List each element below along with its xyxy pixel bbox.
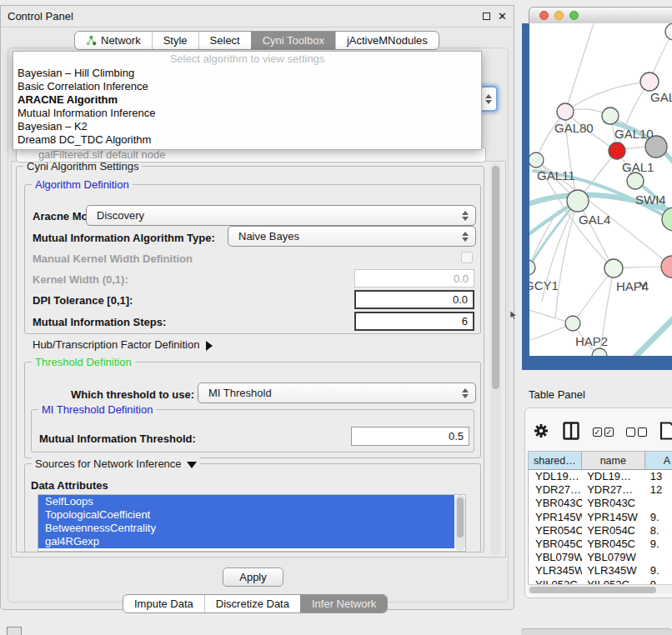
manual-kernel-width-checkbox[interactable] xyxy=(461,252,473,263)
table-row[interactable]: YBR043CYBR043C xyxy=(529,497,672,510)
table-hscrollbar-track[interactable] xyxy=(528,584,672,593)
table-cell: YBR043C xyxy=(582,497,645,510)
tab-discretize-data[interactable]: Discretize Data xyxy=(204,595,300,612)
table-cell: YBR043C xyxy=(529,497,582,510)
network-canvas[interactable]: GALGAL80GAL10GAL1GAL11SWI4GAL4GCY1HAP4YH… xyxy=(529,23,672,356)
bottom-right-panel-edge xyxy=(521,628,672,635)
tab-style[interactable]: Style xyxy=(152,32,198,49)
manual-kernel-width-label: Manual Kernel Width Definition xyxy=(33,252,193,265)
node-label-gal4: GAL4 xyxy=(579,212,610,227)
column-header-name[interactable]: name xyxy=(582,452,645,469)
split-columns-icon[interactable] xyxy=(563,422,579,442)
tab-infer-network[interactable]: Infer Network xyxy=(300,595,387,612)
algorithm-option-basic-correlation-inference[interactable]: Basic Correlation Inference xyxy=(13,80,481,93)
table-row[interactable]: YBL079WYBL079W xyxy=(529,551,672,564)
tab-impute-data[interactable]: Impute Data xyxy=(123,595,204,612)
table-function-icon[interactable] xyxy=(659,422,672,442)
tab-label: Infer Network xyxy=(312,598,376,610)
network-node-gal1[interactable] xyxy=(609,142,625,159)
which-threshold-combo[interactable]: MI Threshold xyxy=(198,382,476,403)
minimized-panel-icon[interactable] xyxy=(7,627,22,635)
sources-group-title[interactable]: Sources for Network Inference xyxy=(32,458,200,470)
node-label-gal80: GAL80 xyxy=(554,121,594,135)
network-node-gcy1[interactable] xyxy=(529,260,535,275)
network-node-gal11[interactable] xyxy=(529,152,544,168)
tab-select[interactable]: Select xyxy=(198,32,251,49)
table-row[interactable]: YDL19…YDL19…13 xyxy=(529,470,672,483)
hub-definition-toggle[interactable]: Hub/Transcription Factor Definition xyxy=(33,338,213,351)
tab-cyni-toolbox[interactable]: Cyni Toolbox xyxy=(251,32,335,49)
node-label-y: Y xyxy=(639,278,647,292)
tab-jactivemnodules[interactable]: jActiveMNodules xyxy=(335,32,439,49)
tab-network[interactable]: Network xyxy=(75,32,152,49)
mi-algorithm-type-combo[interactable]: Naive Bayes xyxy=(228,226,476,247)
algorithm-option-bayesian-hill-climbing[interactable]: Bayesian – Hill Climbing xyxy=(13,67,481,80)
show-columns-icon[interactable]: ✓✓ xyxy=(593,428,614,437)
node-table[interactable]: shared… name A YDL19…YDL19…13YDR27…YDR27… xyxy=(528,451,672,593)
network-node-swi4[interactable] xyxy=(627,172,644,189)
network-node[interactable] xyxy=(665,23,672,40)
table-hscrollbar-thumb[interactable] xyxy=(529,587,656,593)
node-label-hap2: HAP2 xyxy=(575,334,608,348)
table-cell: 13 xyxy=(646,470,672,483)
tab-label: jActiveMNodules xyxy=(347,34,428,47)
settings-scrollbar-thumb[interactable] xyxy=(492,166,499,389)
float-panel-icon[interactable] xyxy=(483,12,490,20)
network-node-gal[interactable] xyxy=(640,72,659,91)
table-row[interactable]: YER054CYER054C8. xyxy=(529,524,672,538)
close-window-icon[interactable] xyxy=(539,11,549,20)
algorithm-dropdown-placeholder: Select algorithm to view settings xyxy=(13,52,481,67)
mi-steps-value: 6 xyxy=(462,315,468,328)
data-attributes-list[interactable]: SelfLoopsTopologicalCoefficientBetweenne… xyxy=(38,494,466,552)
aracne-mode-combo[interactable]: Discovery xyxy=(86,205,476,226)
algorithm-option-dream8-dc-tdc-algorithm[interactable]: Dream8 DC_TDC Algorithm xyxy=(13,133,481,147)
algorithm-option-mutual-information-inference[interactable]: Mutual Information Inference xyxy=(13,107,481,120)
network-node-hap2[interactable] xyxy=(565,316,580,331)
table-row[interactable]: YPR145WYPR145W9. xyxy=(529,511,672,524)
column-header-shared-name[interactable]: shared… xyxy=(529,452,582,469)
algorithm-option-bayesian-k2[interactable]: Bayesian – K2 xyxy=(13,120,481,133)
table-cell xyxy=(646,497,672,510)
apply-button[interactable]: Apply xyxy=(223,568,283,587)
gear-icon[interactable] xyxy=(534,423,549,441)
node-label-gcy1: GCY1 xyxy=(529,278,559,292)
hide-columns-icon[interactable] xyxy=(626,428,647,437)
mi-steps-field[interactable]: 6 xyxy=(354,312,474,331)
table-panel-title: Table Panel xyxy=(529,388,585,401)
node-label-gal11: GAL11 xyxy=(537,168,575,182)
algorithm-option-aracne-algorithm[interactable]: ARACNE Algorithm xyxy=(13,93,481,107)
attribute-item-gal4rgexp[interactable]: gal4RGexp xyxy=(38,535,454,548)
mi-algorithm-type-label: Mutual Information Algorithm Type: xyxy=(33,232,215,244)
minimize-window-icon[interactable] xyxy=(554,11,564,20)
table-cell: YBR045C xyxy=(582,538,645,551)
table-cell: YPR145W xyxy=(529,511,582,524)
network-node-gal4[interactable] xyxy=(567,190,589,212)
table-cell: YER054C xyxy=(529,524,582,538)
table-row[interactable]: YLR345WYLR345W9. xyxy=(529,564,672,578)
node-label-swi4: SWI4 xyxy=(635,192,666,207)
network-node-hap4[interactable] xyxy=(604,259,623,278)
table-row[interactable]: YBR045CYBR045C9. xyxy=(529,538,672,551)
close-panel-icon[interactable]: ✕ xyxy=(498,11,507,22)
table-cell: YLR345W xyxy=(529,564,582,578)
control-panel-tab-bar: NetworkStyleSelectCyni ToolboxjActiveMNo… xyxy=(74,31,439,50)
attribute-item-topologicalcoefficient[interactable]: TopologicalCoefficient xyxy=(38,508,454,522)
column-header-partial[interactable]: A xyxy=(645,452,672,469)
attribute-item-selfloops[interactable]: SelfLoops xyxy=(38,495,454,508)
mi-threshold-field[interactable]: 0.5 xyxy=(351,427,469,446)
kernel-width-field[interactable]: 0.0 xyxy=(354,269,474,288)
zoom-window-icon[interactable] xyxy=(569,11,579,20)
dpi-tolerance-field[interactable]: 0.0 xyxy=(354,290,474,309)
table-row[interactable]: YDR27…YDR27…12 xyxy=(529,483,672,497)
network-node[interactable] xyxy=(592,348,607,356)
network-node-gal10[interactable] xyxy=(602,108,619,124)
network-node[interactable] xyxy=(645,136,667,158)
table-cell: YDR27… xyxy=(582,483,645,497)
attribute-item-betweennesscentrality[interactable]: BetweennessCentrality xyxy=(38,522,454,535)
table-cell: 8. xyxy=(646,524,672,538)
dpi-tolerance-value: 0.0 xyxy=(453,293,468,306)
attributes-scrollbar-thumb[interactable] xyxy=(457,498,464,538)
network-node-gal80[interactable] xyxy=(557,103,574,120)
control-panel-titlebar: Control Panel ✕ xyxy=(1,6,514,28)
table-header-row: shared… name A xyxy=(529,452,672,470)
